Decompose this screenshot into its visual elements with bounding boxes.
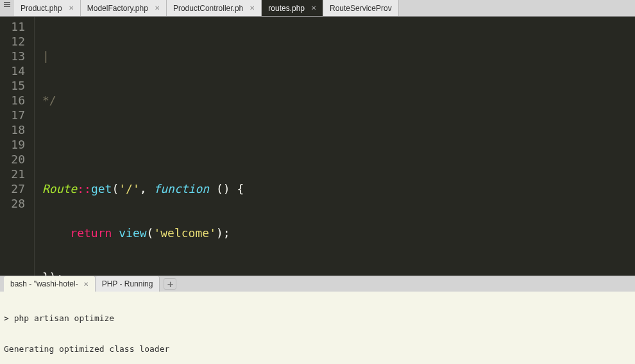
add-terminal-button[interactable]: + <box>164 278 176 290</box>
terminal-tabs-bar: bash - "washi-hotel- ✕ PHP - Running + <box>0 276 635 292</box>
code-line-13 <box>42 137 635 152</box>
line-number: 11 <box>5 19 25 34</box>
svg-rect-2 <box>4 6 10 7</box>
line-number: 12 <box>5 34 25 49</box>
code-line-12: */ <box>42 93 635 108</box>
tab-label: RouteServiceProv <box>330 4 392 13</box>
code-editor[interactable]: 11 12 13 14 15 16 17 18 19 20 21 27 28 |… <box>0 17 635 276</box>
tab-label: routes.php <box>268 4 305 13</box>
line-number-gutter: 11 12 13 14 15 16 17 18 19 20 21 27 28 <box>0 17 35 276</box>
tabs-dropdown-icon[interactable] <box>3 0 12 9</box>
terminal-tab-label: bash - "washi-hotel- <box>10 279 78 288</box>
code-line-16: }); <box>42 270 635 276</box>
close-icon[interactable]: ✕ <box>83 281 89 288</box>
tab-modelfactory[interactable]: ModelFactory.php ✕ <box>81 0 167 16</box>
line-number: 21 <box>5 167 25 181</box>
terminal-output[interactable]: > php artisan optimize Generating optimi… <box>0 292 635 364</box>
line-number: 20 <box>5 152 25 167</box>
terminal-tab-label: PHP - Running <box>102 279 153 288</box>
tab-productcontroller[interactable]: ProductController.ph ✕ <box>167 0 262 16</box>
close-icon[interactable]: ✕ <box>155 4 160 12</box>
line-number: 16 <box>5 93 25 108</box>
line-number: 28 <box>5 196 25 211</box>
line-number: 19 <box>5 137 25 152</box>
line-number: 27 <box>5 181 25 196</box>
terminal-line: > php artisan optimize <box>4 313 631 324</box>
terminal-line: Generating optimized class loader <box>4 344 631 354</box>
code-line-14: Route::get('/', function () { <box>42 181 635 196</box>
tab-routes[interactable]: routes.php ✕ <box>262 0 323 16</box>
close-icon[interactable]: ✕ <box>311 4 316 12</box>
close-icon[interactable]: ✕ <box>250 4 255 12</box>
line-number: 15 <box>5 78 25 93</box>
terminal-tab-bash[interactable]: bash - "washi-hotel- ✕ <box>4 276 96 292</box>
tab-label: Product.php <box>21 4 62 13</box>
line-number: 18 <box>5 122 25 137</box>
code-line-11: | <box>42 49 635 63</box>
line-number: 13 <box>5 49 25 63</box>
svg-rect-0 <box>4 2 10 3</box>
code-content[interactable]: | */ Route::get('/', function () { retur… <box>35 17 635 276</box>
tab-label: ModelFactory.php <box>87 4 148 13</box>
code-line-15: return view('welcome'); <box>42 226 635 240</box>
line-number: 14 <box>5 63 25 78</box>
line-number: 17 <box>5 108 25 122</box>
tab-product[interactable]: Product.php ✕ <box>14 0 81 16</box>
terminal-tab-php[interactable]: PHP - Running <box>96 276 160 292</box>
terminal-panel: bash - "washi-hotel- ✕ PHP - Running + >… <box>0 276 635 364</box>
close-icon[interactable]: ✕ <box>69 4 74 12</box>
editor-tabs-bar: Product.php ✕ ModelFactory.php ✕ Product… <box>0 0 635 17</box>
tab-label: ProductController.ph <box>173 4 243 13</box>
svg-rect-1 <box>4 4 10 5</box>
tab-routeserviceprovider[interactable]: RouteServiceProv <box>323 0 399 16</box>
